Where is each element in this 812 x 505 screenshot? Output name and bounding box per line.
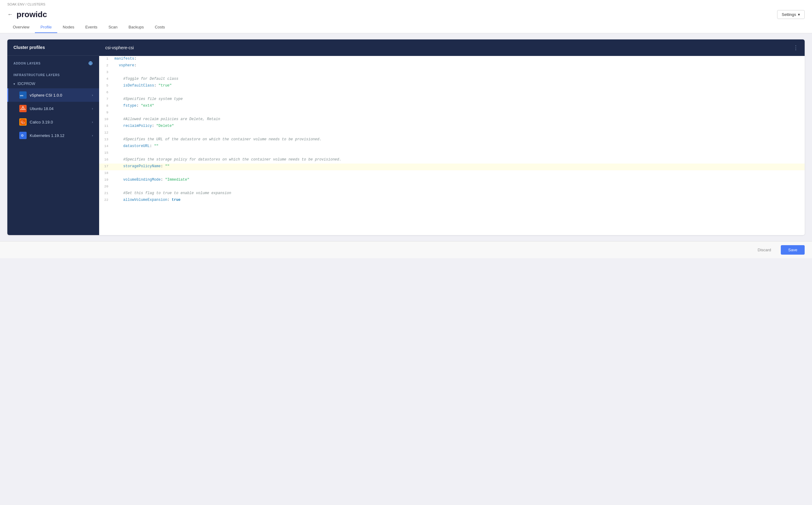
line-number: 3	[99, 69, 111, 74]
line-content	[111, 184, 805, 185]
line-content: #Specifies the storage policy for datast…	[111, 157, 805, 162]
tab-nodes[interactable]: Nodes	[57, 22, 80, 33]
code-line-16: 16 #Specifies the storage policy for dat…	[99, 157, 805, 164]
main-content: Cluster profiles ADDON LAYERS ⊕ INFRASTR…	[0, 33, 812, 241]
line-number: 1	[99, 56, 111, 61]
code-line-13: 13 #Specifies the URL of the datastore o…	[99, 137, 805, 143]
line-number: 5	[99, 83, 111, 88]
code-line-3: 3	[99, 69, 805, 76]
ubuntu-icon	[19, 105, 27, 112]
settings-button[interactable]: Settings ▾	[777, 10, 805, 19]
breadcrumb-row: SOAK ENV / CLUSTERS	[7, 0, 805, 7]
code-line-7: 7 #Specifies file system type	[99, 96, 805, 103]
line-content: vsphere:	[111, 63, 805, 68]
chevron-down-icon: ▾	[798, 12, 800, 17]
code-line-4: 4 #Toggle for Default class	[99, 76, 805, 83]
line-content	[111, 69, 805, 70]
line-number: 21	[99, 190, 111, 196]
code-line-17: 17 storagePolicyName: ""	[99, 164, 805, 170]
top-bar: SOAK ENV / CLUSTERS ← prowidc Settings ▾…	[0, 0, 812, 33]
page-title: prowidc	[16, 10, 47, 19]
chevron-right-icon: ›	[92, 107, 93, 110]
tab-backups[interactable]: Backups	[123, 22, 149, 33]
line-content	[111, 150, 805, 151]
back-button[interactable]: ←	[7, 11, 13, 18]
addon-section: ADDON LAYERS ⊕	[7, 56, 99, 69]
menu-dots-icon[interactable]: ⋮	[793, 44, 799, 51]
layer-name-vsphere-csi: vSphere CSI 1.0.0	[30, 93, 89, 98]
add-icon[interactable]: ⊕	[88, 60, 93, 67]
line-content	[111, 110, 805, 111]
line-number: 6	[99, 90, 111, 95]
line-content	[111, 130, 805, 131]
sidebar: Cluster profiles ADDON LAYERS ⊕ INFRASTR…	[7, 39, 99, 235]
layer-name-kubernetes: Kubernetes 1.19.12	[30, 133, 89, 138]
save-button[interactable]: Save	[781, 245, 805, 255]
code-line-10: 10 #Allowed reclaim policies are Delete,…	[99, 117, 805, 123]
page-title-row: ← prowidc	[7, 10, 47, 19]
svg-text:vm: vm	[20, 94, 23, 97]
infra-section: INFRASTRUCTURE LAYERS	[7, 69, 99, 79]
code-line-20: 20	[99, 184, 805, 190]
line-number: 11	[99, 123, 111, 128]
line-content: storagePolicyName: ""	[111, 164, 805, 169]
line-content: datastoreURL: ""	[111, 143, 805, 149]
tab-scan[interactable]: Scan	[103, 22, 123, 33]
code-line-2: 2 vsphere:	[99, 63, 805, 69]
chevron-down-icon: ▾	[13, 82, 15, 86]
layer-name-calico: Calico 3.19.0	[30, 120, 89, 125]
code-line-5: 5 isDefaultClass: "true"	[99, 83, 805, 90]
line-number: 20	[99, 184, 111, 189]
tab-events[interactable]: Events	[80, 22, 103, 33]
calico-icon: 🦊C	[19, 118, 27, 126]
chevron-right-icon: ›	[92, 120, 93, 124]
line-number: 18	[99, 170, 111, 175]
code-line-12: 12	[99, 130, 805, 137]
line-number: 9	[99, 110, 111, 115]
infra-section-label: INFRASTRUCTURE LAYERS	[13, 73, 60, 77]
layer-item-ubuntu[interactable]: Ubuntu 18.04›	[7, 102, 99, 115]
bottom-bar: Discard Save	[0, 241, 812, 258]
sidebar-header: Cluster profiles	[7, 39, 99, 56]
layers-list: vmvSphere CSI 1.0.0›Ubuntu 18.04›🦊CCalic…	[7, 89, 99, 142]
tab-profile[interactable]: Profile	[35, 22, 57, 33]
svg-text:⚙: ⚙	[21, 134, 24, 137]
code-line-1: 1manifests:	[99, 56, 805, 63]
line-number: 7	[99, 96, 111, 102]
editor-title: csi-vsphere-csi	[105, 45, 134, 50]
nav-tabs: OverviewProfileNodesEventsScanBackupsCos…	[7, 22, 805, 33]
tab-overview[interactable]: Overview	[7, 22, 35, 33]
layer-item-vsphere-csi[interactable]: vmvSphere CSI 1.0.0›	[7, 89, 99, 102]
discard-button[interactable]: Discard	[751, 245, 777, 255]
code-line-18: 18	[99, 170, 805, 177]
chevron-right-icon: ›	[92, 93, 93, 97]
line-content: #Set this flag to true to enable volume …	[111, 190, 805, 196]
line-number: 2	[99, 63, 111, 68]
cluster-panel: Cluster profiles ADDON LAYERS ⊕ INFRASTR…	[7, 39, 805, 235]
svg-point-5	[20, 109, 21, 110]
line-content: #Toggle for Default class	[111, 76, 805, 81]
code-line-14: 14 datastoreURL: ""	[99, 143, 805, 150]
code-area: 1manifests:2 vsphere:34 #Toggle for Defa…	[99, 56, 805, 235]
code-line-9: 9	[99, 110, 805, 117]
tab-costs[interactable]: Costs	[149, 22, 170, 33]
layer-item-calico[interactable]: 🦊CCalico 3.19.0›	[7, 115, 99, 129]
editor-panel: csi-vsphere-csi ⋮ 1manifests:2 vsphere:3…	[99, 39, 805, 235]
line-content: reclaimPolicy: "Delete"	[111, 123, 805, 129]
line-number: 10	[99, 117, 111, 122]
line-content: #Specifies the URL of the datastore on w…	[111, 137, 805, 142]
layer-item-kubernetes[interactable]: ⚙Kubernetes 1.19.12›	[7, 129, 99, 142]
code-line-19: 19 volumeBindingMode: "Immediate"	[99, 177, 805, 184]
addon-section-label: ADDON LAYERS	[13, 62, 41, 65]
line-number: 22	[99, 197, 111, 202]
line-content: volumeBindingMode: "Immediate"	[111, 177, 805, 182]
layer-name-ubuntu: Ubuntu 18.04	[30, 107, 89, 111]
line-content: fstype: "ext4"	[111, 103, 805, 109]
line-content: manifests:	[111, 56, 805, 61]
breadcrumb-text: SOAK ENV / CLUSTERS	[7, 2, 45, 6]
page-header: ← prowidc Settings ▾	[7, 7, 805, 19]
line-content: #Allowed reclaim policies are Delete, Re…	[111, 117, 805, 122]
group-header[interactable]: ▾ IDCPROW	[7, 79, 99, 89]
line-number: 15	[99, 150, 111, 155]
line-number: 8	[99, 103, 111, 108]
